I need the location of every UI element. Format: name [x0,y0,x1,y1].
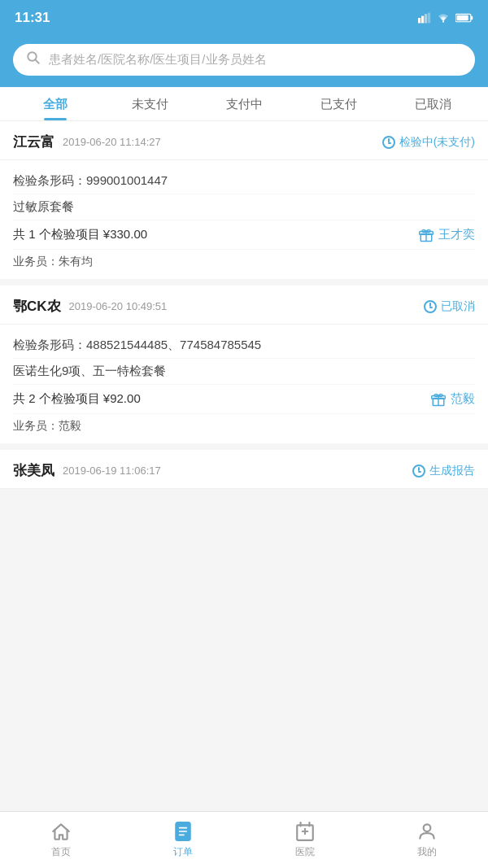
order-body-1: 检验条形码：999001001447 过敏原套餐 共 1 个检验项目 ¥330.… [0,160,488,279]
tab-unpaid[interactable]: 未支付 [102,87,197,120]
svg-point-4 [442,20,444,22]
clock-icon-1 [382,136,395,149]
order-time-2: 2019-06-20 10:49:51 [69,300,168,312]
profile-icon [416,821,438,842]
patient-name-1: 江云富 [13,133,54,151]
order-status-3: 生成报告 [412,464,475,478]
gift-icon-1 [419,228,434,242]
order-barcode-1: 检验条形码：999001001447 [13,168,475,194]
order-time-1: 2019-06-20 11:14:27 [63,136,161,148]
nav-profile-label: 我的 [417,845,437,859]
order-status-2: 已取消 [424,299,475,314]
order-card-1: 江云富 2019-06-20 11:14:27 检验中(未支付) 检验条形码：9… [0,121,488,279]
patient-name-3: 张美凤 [13,461,54,480]
search-placeholder: 患者姓名/医院名称/医生项目/业务员姓名 [49,52,267,68]
svg-rect-1 [421,16,424,24]
order-header-left-3: 张美凤 2019-06-19 11:06:17 [13,461,161,480]
nav-orders-label: 订单 [173,845,193,859]
order-amount-1: 共 1 个检验项目 ¥330.00 [13,227,147,242]
gift-icon-2 [431,392,446,407]
order-amount-row-2: 共 2 个检验项目 ¥92.00 范毅 [13,385,475,414]
order-amount-row-1: 共 1 个检验项目 ¥330.00 王才奕 [13,220,475,250]
tab-cancelled[interactable]: 已取消 [386,87,480,120]
tab-paying[interactable]: 支付中 [197,87,291,120]
order-time-3: 2019-06-19 11:06:17 [63,465,161,477]
nav-orders[interactable]: 订单 [122,812,244,868]
order-doctor-2: 范毅 [431,391,475,407]
sim-icon [418,12,431,24]
status-label-1: 检验中(未支付) [399,135,475,150]
svg-rect-7 [457,15,468,20]
order-salesperson-2: 业务员：范毅 [13,414,475,435]
order-header-left-1: 江云富 2019-06-20 11:14:27 [13,133,161,151]
hospital-icon [294,821,316,842]
svg-line-9 [36,60,39,63]
svg-rect-3 [428,13,430,24]
order-header-1: 江云富 2019-06-20 11:14:27 检验中(未支付) [0,121,488,160]
nav-home-label: 首页 [51,845,71,859]
status-bar: 11:31 [0,0,488,36]
order-amount-2: 共 2 个检验项目 ¥92.00 [13,391,141,407]
order-list: 江云富 2019-06-20 11:14:27 检验中(未支付) 检验条形码：9… [0,121,488,489]
order-header-3: 张美凤 2019-06-19 11:06:17 生成报告 [0,450,488,489]
status-time: 11:31 [15,10,50,26]
search-icon [26,50,41,69]
nav-hospital[interactable]: 医院 [244,812,366,868]
bottom-nav: 首页 订单 医院 我的 [0,811,488,868]
status-label-2: 已取消 [441,299,475,314]
svg-point-25 [424,824,431,831]
order-header-left-2: 鄂CK农 2019-06-20 10:49:51 [13,297,167,316]
order-body-2: 检验条形码：488521544485、774584785545 医诺生化9项、五… [0,325,488,443]
order-barcode-2: 检验条形码：488521544485、774584785545 [13,333,475,359]
order-status-1: 检验中(未支付) [382,135,475,150]
svg-rect-0 [418,18,420,23]
search-area: 患者姓名/医院名称/医生项目/业务员姓名 [0,36,488,87]
battery-icon [455,12,473,24]
order-package-1: 过敏原套餐 [13,194,475,220]
search-bar[interactable]: 患者姓名/医院名称/医生项目/业务员姓名 [13,44,475,76]
order-card-2: 鄂CK农 2019-06-20 10:49:51 已取消 检验条形码：48852… [0,286,488,443]
order-header-2: 鄂CK农 2019-06-20 10:49:51 已取消 [0,286,488,325]
order-package-2: 医诺生化9项、五一特检套餐 [13,359,475,385]
order-doctor-1: 王才奕 [419,227,475,242]
status-label-3: 生成报告 [429,464,475,478]
order-card-3: 张美凤 2019-06-19 11:06:17 生成报告 [0,450,488,489]
status-icons [418,12,473,24]
tab-all[interactable]: 全部 [8,87,102,120]
svg-rect-6 [471,16,473,20]
clock-icon-3 [412,465,425,478]
orders-icon [172,821,194,842]
order-salesperson-1: 业务员：朱有均 [13,250,475,271]
nav-profile[interactable]: 我的 [366,812,488,868]
svg-rect-2 [425,14,427,23]
nav-hospital-label: 医院 [295,845,315,859]
tab-paid[interactable]: 已支付 [291,87,386,120]
home-icon [50,821,72,842]
patient-name-2: 鄂CK农 [13,297,61,316]
clock-icon-2 [424,300,437,313]
nav-home[interactable]: 首页 [0,812,122,868]
tab-bar: 全部 未支付 支付中 已支付 已取消 [0,87,488,121]
wifi-icon [436,12,451,24]
